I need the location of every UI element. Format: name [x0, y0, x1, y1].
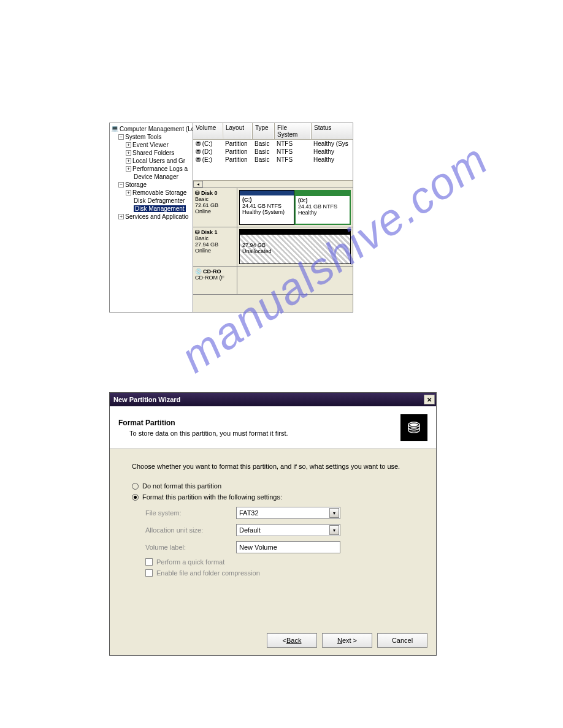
tree-label: System Tools: [125, 134, 161, 140]
partition-unallocated[interactable]: 27.94 GB Unallocated: [239, 229, 351, 264]
tree-item[interactable]: Disk Defragmenter: [111, 197, 191, 205]
table-row[interactable]: ⛃ (E:) Partition Basic NTFS Healthy: [193, 156, 353, 164]
tree-services[interactable]: + Services and Applicatio: [111, 213, 191, 221]
part-status: Healthy: [298, 210, 347, 216]
wizard-footer: < Back Next > Cancel: [267, 633, 427, 648]
tree-root[interactable]: 💻 Computer Management (Lo: [111, 124, 191, 133]
chevron-down-icon[interactable]: ▾: [329, 508, 339, 518]
h-scrollbar[interactable]: ◂: [193, 180, 353, 188]
col-status[interactable]: Status: [311, 123, 353, 139]
tree-item[interactable]: +Local Users and Gr: [111, 157, 191, 165]
expand-icon[interactable]: +: [126, 158, 131, 164]
disk-row: ⛁Disk 0 Basic 72.61 GB Online (C:) 24.41…: [193, 188, 353, 227]
part-size: 27.94 GB: [242, 242, 348, 248]
tree-diskmgmt[interactable]: Disk Management: [111, 205, 191, 213]
disk-type: Basic: [195, 196, 235, 202]
part-size: 24.41 GB NTFS: [242, 203, 291, 209]
fs: NTFS: [274, 140, 311, 147]
combo-allocation[interactable]: Default ▾: [236, 524, 340, 536]
drive-icon: ⛃: [196, 156, 201, 163]
cd-icon: 💿: [195, 268, 202, 275]
cancel-button[interactable]: Cancel: [377, 633, 427, 648]
combo-value: Default: [239, 526, 261, 534]
chevron-down-icon[interactable]: ▾: [329, 525, 339, 535]
label-allocation: Allocation unit size:: [145, 526, 231, 534]
part-status: Healthy (System): [242, 209, 291, 215]
checkbox-quickformat[interactable]: Perform a quick format: [145, 558, 414, 566]
scroll-left-icon[interactable]: ◂: [193, 181, 203, 188]
fs: NTFS: [274, 148, 311, 155]
btn-label: Back: [286, 637, 301, 644]
drive-icon: ⛃: [196, 148, 201, 155]
back-button[interactable]: < Back: [267, 633, 317, 648]
disk-title: CD-RO: [203, 268, 221, 275]
disk0-info[interactable]: ⛁Disk 0 Basic 72.61 GB Online: [193, 188, 237, 227]
layout: Partition: [223, 148, 252, 155]
radio-icon: [132, 494, 139, 501]
fs: NTFS: [274, 156, 311, 163]
next-button[interactable]: Next >: [322, 633, 372, 648]
layout: Partition: [223, 140, 252, 147]
close-button[interactable]: ✕: [424, 395, 435, 404]
disk1-info[interactable]: ⛁Disk 1 Basic 27.94 GB Online: [193, 227, 237, 266]
partition-c[interactable]: (C:) 24.41 GB NTFS Healthy (System): [239, 190, 294, 225]
checkbox-icon: [145, 569, 153, 577]
computer-icon: 💻: [111, 125, 118, 132]
tree-item[interactable]: +Removable Storage: [111, 189, 191, 197]
tree-item[interactable]: +Event Viewer: [111, 141, 191, 149]
table-row[interactable]: ⛃ (D:) Partition Basic NTFS Healthy: [193, 148, 353, 156]
wizard-disk-icon: ⛃: [400, 414, 427, 441]
tree-label: Local Users and Gr: [132, 157, 185, 164]
expand-icon[interactable]: +: [126, 150, 131, 156]
wizard-title-text: New Partition Wizard: [113, 396, 180, 403]
radio-noformat[interactable]: Do not format this partition: [132, 482, 414, 490]
tree-systools[interactable]: − System Tools: [111, 133, 191, 141]
checkbox-label: Enable file and folder compression: [156, 569, 260, 577]
collapse-icon[interactable]: −: [118, 182, 124, 188]
disk-state: Online: [195, 208, 235, 214]
partition-d[interactable]: (D:) 24.41 GB NTFS Healthy: [294, 190, 351, 225]
tree-label: Shared Folders: [132, 150, 174, 156]
radio-format[interactable]: Format this partition with the following…: [132, 493, 414, 501]
wizard-header: Format Partition To store data on this p…: [110, 406, 436, 449]
disk-state: Online: [195, 248, 235, 254]
part-label: (D:): [298, 197, 308, 203]
col-type[interactable]: Type: [252, 123, 274, 139]
close-icon: ✕: [427, 396, 432, 403]
btn-label: ext >: [342, 637, 357, 644]
tree-label: Performance Logs a: [132, 165, 188, 172]
type: Basic: [252, 140, 274, 147]
expand-icon[interactable]: +: [118, 214, 124, 219]
tree-label: Disk Defragmenter: [134, 197, 185, 204]
status: Healthy (Sys: [311, 140, 353, 147]
collapse-icon[interactable]: −: [118, 134, 124, 140]
expand-icon[interactable]: +: [126, 190, 131, 195]
input-value: New Volume: [239, 544, 277, 551]
tree-item[interactable]: +Shared Folders: [111, 149, 191, 157]
disk-graph-pane: ⛁Disk 0 Basic 72.61 GB Online (C:) 24.41…: [193, 188, 353, 312]
tree-item[interactable]: Device Manager: [111, 173, 191, 181]
combo-filesystem[interactable]: FAT32 ▾: [236, 507, 340, 519]
expand-icon[interactable]: +: [126, 142, 131, 148]
vol: (D:): [202, 148, 213, 155]
radio-icon: [132, 483, 139, 490]
radio-label: Do not format this partition: [142, 482, 221, 490]
tree-storage[interactable]: − Storage: [111, 181, 191, 189]
col-layout[interactable]: Layout: [223, 123, 252, 139]
input-volumelabel[interactable]: New Volume: [236, 541, 340, 553]
disk-title: Disk 1: [201, 229, 218, 235]
disk-icon: ⛁: [195, 190, 200, 196]
col-fs[interactable]: File System: [274, 123, 311, 139]
status: Healthy: [311, 156, 353, 163]
tree-label: Removable Storage: [132, 189, 186, 196]
tree-item[interactable]: +Performance Logs a: [111, 165, 191, 173]
disk-row: 💿CD-RO CD-ROM (F: [193, 267, 353, 295]
tree-label: Event Viewer: [132, 142, 169, 148]
table-row[interactable]: ⛃ (C:) Partition Basic NTFS Healthy (Sys: [193, 140, 353, 148]
col-volume[interactable]: Volume: [193, 123, 223, 139]
nav-tree[interactable]: 💻 Computer Management (Lo − System Tools…: [110, 123, 193, 312]
checkbox-compression[interactable]: Enable file and folder compression: [145, 569, 414, 577]
disk-size: 27.94 GB: [195, 241, 235, 248]
cdrom-info[interactable]: 💿CD-RO CD-ROM (F: [193, 267, 237, 294]
expand-icon[interactable]: +: [126, 166, 131, 172]
